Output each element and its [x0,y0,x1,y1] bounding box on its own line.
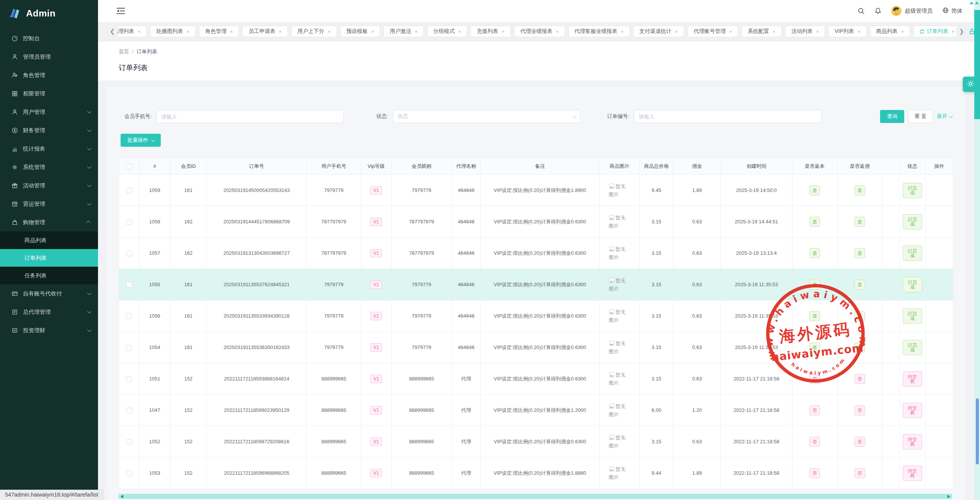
tab[interactable]: 系统配置 × [742,26,782,37]
tab[interactable]: 预设模板 × [340,26,381,37]
batch-actions-button[interactable]: 批量操作 [121,134,161,147]
avatar [891,6,902,16]
username: 超级管理员 [905,7,933,15]
sidebar-item-activity[interactable]: 活动管理 [0,176,98,195]
sidebar-subitem[interactable]: 订单列表 [0,249,98,267]
sidebar-item-invest[interactable]: 投资理财 [0,321,98,339]
tab[interactable]: 代理客服业绩报表 × [568,26,630,37]
select-all-checkbox[interactable] [126,164,132,169]
close-icon[interactable]: × [328,29,331,34]
language-switcher[interactable]: 简体 [942,7,962,15]
sidebar-item-label: 统计报表 [23,145,45,152]
close-icon[interactable]: × [621,29,624,34]
tab[interactable]: 角色管理 × [199,26,239,37]
sidebar-item-user[interactable]: 用户管理 [0,103,98,121]
close-icon[interactable]: × [138,29,141,34]
sidebar-item-shopping[interactable]: 购物管理 [0,213,98,231]
cell-commission: 0.63 [673,363,721,395]
row-checkbox[interactable] [126,408,132,413]
close-icon[interactable]: × [773,29,776,34]
close-icon[interactable]: × [729,29,732,34]
sidebar-item-admin[interactable]: 管理员管理 [0,48,98,66]
row-checkbox[interactable] [126,251,132,256]
row-checkbox[interactable] [126,219,132,225]
sidebar-item-chart[interactable]: 统计报表 [0,139,98,158]
row-checkbox[interactable] [126,282,132,288]
tab[interactable]: 订单列表 × [913,26,956,37]
scroll-left-arrow-icon[interactable] [121,495,123,498]
brand-logo[interactable]: Admin [0,0,98,27]
sidebar-item-finance[interactable]: 财务管理 [0,121,98,139]
tab[interactable]: 代理业绩报表 × [514,26,565,37]
sidebar-item-perm[interactable]: 权限管理 [0,84,98,103]
phone-filter-input[interactable] [156,110,344,123]
chevron-icon [87,291,91,295]
row-checkbox[interactable] [126,313,132,319]
no-image-placeholder: 暂无图片 [609,371,630,387]
breadcrumb-home[interactable]: 首页 [119,49,129,54]
tab-label: 代理业绩报表 [520,28,552,35]
inner-scrollbar-thumb[interactable] [976,398,979,464]
row-checkbox[interactable] [126,376,132,382]
close-icon[interactable]: × [858,29,861,34]
row-checkbox[interactable] [126,439,132,445]
cell-id: 1053 [139,457,170,489]
sidebar-subitem[interactable]: 商品列表 [0,231,98,249]
row-checkbox[interactable] [126,188,132,193]
close-icon[interactable]: × [458,29,461,34]
tab[interactable]: 轮播图列表 × [150,26,196,37]
sidebar-item-dashboard[interactable]: 控制台 [0,29,98,48]
search-icon[interactable] [858,7,865,15]
scroll-up-arrow-icon[interactable] [975,2,979,4]
close-icon[interactable]: × [816,29,819,34]
close-icon[interactable]: × [279,29,282,34]
tab[interactable]: 用户激活 × [384,26,424,37]
sidebar-item-operation[interactable]: 营运管理 [0,195,98,213]
status-filter-select[interactable]: 状态 [393,110,580,123]
scroll-up-arrow-icon[interactable] [970,2,973,4]
sidebar-item-role[interactable]: 角色管理 [0,66,98,84]
horizontal-scrollbar[interactable] [119,494,952,499]
sidebar-item-system[interactable]: 系统管理 [0,158,98,176]
tab[interactable]: 分组模式 × [427,26,467,37]
tab[interactable]: 商品列表 × [870,26,910,37]
close-icon[interactable]: × [415,29,418,34]
sidebar-subitem[interactable]: 任务列表 [0,267,98,284]
tab[interactable]: 员工申请表 × [242,26,288,37]
close-icon[interactable]: × [556,29,559,34]
close-icon[interactable]: × [501,29,505,34]
tab[interactable]: 充值列表 × [470,26,511,37]
close-icon[interactable]: × [186,29,189,34]
close-icon[interactable]: × [901,29,904,34]
return-commission-badge: 是 [854,248,865,258]
tabs-scroll-right-icon[interactable]: ❯ [956,28,967,35]
user-menu[interactable]: 超级管理员 [891,6,933,16]
tab[interactable]: VIP列表 × [828,26,866,37]
tab[interactable]: 代理列表 × [118,26,147,37]
tab[interactable]: 活动列表 × [785,26,825,37]
bell-icon[interactable] [874,7,882,15]
vip-badge: V1 [370,186,382,195]
tabs-scroll-left-icon[interactable]: ❮ [107,28,118,35]
close-icon[interactable]: × [952,29,955,34]
row-checkbox[interactable] [126,470,132,476]
close-icon[interactable]: × [371,29,374,34]
tab[interactable]: 支付渠道统计 × [633,26,684,37]
order-filter-input[interactable] [634,110,822,123]
vertical-scrollbar-thumb[interactable] [974,10,980,119]
sidebar-item-account[interactable]: 自有账号代收付 [0,284,98,303]
close-icon[interactable]: × [230,29,233,34]
cell-id: 1058 [139,206,170,238]
tab[interactable]: 代理账号管理 × [688,26,738,37]
search-button[interactable]: 查询 [880,110,904,123]
row-checkbox[interactable] [126,345,132,351]
tab[interactable]: 用户上下分 × [291,26,337,37]
sidebar-item-agent[interactable]: 总代理管理 [0,303,98,321]
collapse-sidebar-icon[interactable] [116,7,125,15]
reset-button[interactable]: 重 置 [908,110,933,123]
expand-link[interactable]: 展开 [937,113,952,120]
close-icon[interactable]: × [675,29,678,34]
scroll-right-arrow-icon[interactable] [947,495,950,498]
refresh-icon[interactable] [920,29,924,34]
cell-select [119,300,139,332]
